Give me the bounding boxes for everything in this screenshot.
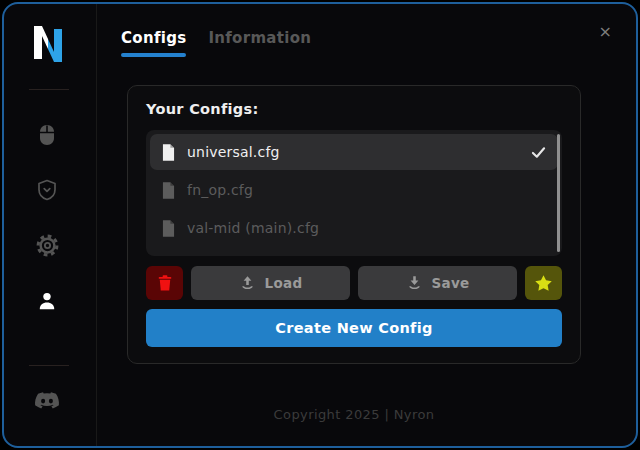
gear-icon[interactable] (34, 232, 60, 258)
mouse-icon[interactable] (34, 122, 60, 148)
app-window: Configs Information × Your Configs: univ… (2, 2, 638, 448)
config-name: universal.cfg (187, 144, 280, 160)
trash-icon (156, 274, 174, 292)
tab-configs[interactable]: Configs (121, 29, 186, 57)
tab-bar: Configs Information (121, 29, 311, 57)
file-icon (162, 182, 175, 199)
config-row-fn-op[interactable]: fn_op.cfg (150, 172, 558, 208)
favorite-config-button[interactable] (525, 266, 562, 300)
list-scrollbar[interactable] (557, 134, 560, 252)
sidebar-divider (29, 89, 69, 90)
check-icon (531, 146, 546, 159)
shield-check-icon[interactable] (34, 177, 60, 203)
sidebar (4, 4, 97, 446)
configs-panel: Your Configs: universal.cfg (127, 85, 581, 364)
file-icon (162, 144, 175, 161)
config-actions: Load Save (146, 266, 562, 300)
user-icon[interactable] (34, 288, 60, 314)
panel-title: Your Configs: (146, 101, 562, 117)
copyright-text: Copyright 2025 | Nyron (127, 407, 581, 422)
upload-icon (239, 275, 256, 292)
load-config-button[interactable]: Load (191, 266, 350, 300)
save-config-button[interactable]: Save (358, 266, 517, 300)
star-icon (534, 274, 553, 293)
load-label: Load (265, 275, 303, 291)
config-name: val-mid (main).cfg (187, 220, 319, 236)
config-row-universal[interactable]: universal.cfg (150, 134, 558, 170)
save-label: Save (432, 275, 470, 291)
download-icon (406, 275, 423, 292)
config-row-val-mid[interactable]: val-mid (main).cfg (150, 210, 558, 246)
tab-information[interactable]: Information (208, 29, 311, 57)
config-list: universal.cfg fn_op.cfg (146, 130, 562, 256)
close-icon[interactable]: × (599, 24, 612, 40)
nyron-logo-icon (32, 26, 64, 66)
discord-icon[interactable] (34, 388, 60, 414)
sidebar-divider (29, 365, 69, 366)
config-name: fn_op.cfg (187, 182, 253, 198)
delete-config-button[interactable] (146, 266, 183, 300)
create-new-config-button[interactable]: Create New Config (146, 309, 562, 347)
file-icon (162, 220, 175, 237)
